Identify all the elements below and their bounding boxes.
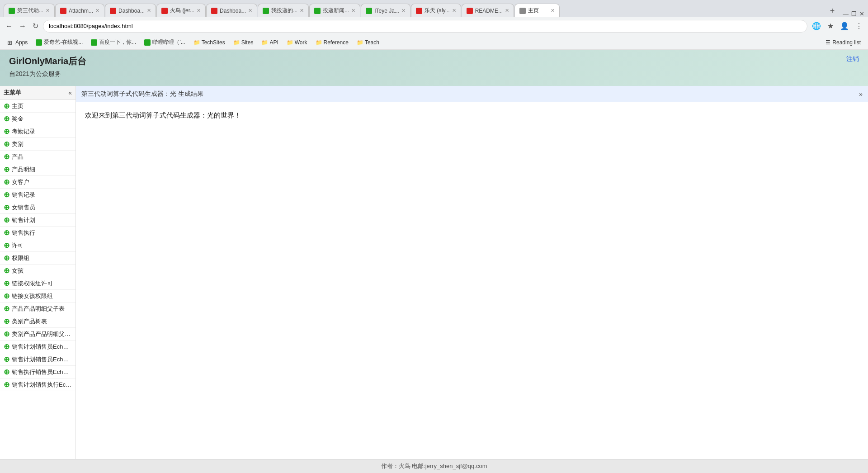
sidebar-item[interactable]: ⊕销售计划 <box>0 214 75 227</box>
sidebar-item-label: 类别产品产品明细父子... <box>12 330 72 338</box>
sidebar-item[interactable]: ⊕产品明细 <box>0 163 75 176</box>
forward-button[interactable]: → <box>17 20 28 32</box>
translate-button[interactable]: 🌐 <box>810 20 823 32</box>
sidebar-item[interactable]: ⊕奖金 <box>0 113 75 125</box>
sidebar-item[interactable]: ⊕链接女孩权限组 <box>0 290 75 303</box>
sidebar-item[interactable]: ⊕考勤记录 <box>0 125 75 138</box>
tab-close-button[interactable]: ✕ <box>46 8 50 14</box>
add-icon: ⊕ <box>4 216 9 224</box>
browser-tab-tab3[interactable]: Dashboa...✕ <box>105 4 156 17</box>
sidebar-item[interactable]: ⊕主页 <box>0 100 75 113</box>
bookmark-label: Teach <box>365 39 379 46</box>
bookmark-button[interactable]: ★ <box>826 20 835 32</box>
browser-tab-tab9[interactable]: 乐天 (aly...✕ <box>411 4 461 17</box>
content-area: 第三代动词算子式代码生成器：光 生成结果 » 欢迎来到第三代动词算子式代码生成器… <box>76 86 868 459</box>
tab-favicon <box>519 8 526 14</box>
browser-tab-tab5[interactable]: Dashboa...✕ <box>206 4 257 17</box>
sidebar-header: 主菜单 « <box>0 86 75 100</box>
sidebar-item[interactable]: ⊕女客户 <box>0 176 75 189</box>
bookmark-----------[interactable]: 爱奇艺-在线视... <box>32 37 86 47</box>
sidebar-item-label: 女销售员 <box>12 203 35 212</box>
footer-text: 作者：火鸟 电邮:jerry_shen_sjf@qq.com <box>381 463 487 469</box>
tab-close-button[interactable]: ✕ <box>351 8 355 14</box>
sidebar-collapse-button[interactable]: « <box>68 89 72 96</box>
add-icon: ⊕ <box>4 152 9 161</box>
sidebar-item[interactable]: ⊕销售计划销售员Echarts <box>0 353 75 366</box>
bookmark-label: 百度一下，你... <box>99 38 136 46</box>
add-icon: ⊕ <box>4 241 9 250</box>
browser-tab-tab10[interactable]: README...✕ <box>462 4 514 17</box>
reading-list-label: Reading list <box>832 39 861 46</box>
address-input[interactable] <box>43 20 807 33</box>
sidebar-item[interactable]: ⊕销售执行 <box>0 227 75 239</box>
content-collapse-button[interactable]: » <box>859 90 863 98</box>
browser-tab-tab8[interactable]: ITeye Ja...✕ <box>361 4 410 17</box>
bookmark-Sites[interactable]: 📁Sites <box>230 38 257 47</box>
sidebar-item[interactable]: ⊕权限组 <box>0 252 75 265</box>
browser-tab-tab7[interactable]: 投递新闻...✕ <box>309 4 360 17</box>
bookmark----------[interactable]: 哔哩哔哩（'... <box>141 37 189 47</box>
minimize-button[interactable]: — <box>843 10 849 17</box>
sidebar-item[interactable]: ⊕类别 <box>0 138 75 151</box>
sidebar-item[interactable]: ⊕类别产品产品明细父子... <box>0 328 75 341</box>
maximize-button[interactable]: ❐ <box>851 10 857 17</box>
tab-favicon <box>467 8 473 14</box>
menu-button[interactable]: ⋮ <box>854 20 864 32</box>
bookmark-label: Sites <box>241 39 254 46</box>
sidebar-item[interactable]: ⊕女销售员 <box>0 201 75 214</box>
tab-close-button[interactable]: ✕ <box>452 8 456 14</box>
sidebar-item[interactable]: ⊕产品 <box>0 151 75 163</box>
add-icon: ⊕ <box>4 254 9 262</box>
tab-close-button[interactable]: ✕ <box>197 8 201 14</box>
sidebar-item[interactable]: ⊕销售执行销售员Echarts <box>0 366 75 378</box>
sidebar-item-label: 销售计划 <box>12 216 35 224</box>
tab-favicon <box>263 8 269 14</box>
sidebar-item[interactable]: ⊕销售计划销售员Echarts <box>0 341 75 353</box>
reading-list[interactable]: ☰ Reading list <box>822 38 864 47</box>
sidebar-title: 主菜单 <box>4 89 21 97</box>
sidebar-item[interactable]: ⊕销售记录 <box>0 189 75 201</box>
bookmark-label: Apps <box>15 39 28 46</box>
back-button[interactable]: ← <box>4 20 14 32</box>
tab-close-button[interactable]: ✕ <box>401 8 406 14</box>
tab-close-button[interactable]: ✕ <box>147 8 151 14</box>
site-favicon <box>144 39 151 46</box>
sidebar-item[interactable]: ⊕销售计划销售执行Echa... <box>0 378 75 391</box>
add-icon: ⊕ <box>4 368 9 376</box>
browser-tab-tab1[interactable]: 第三代动...✕ <box>4 4 55 17</box>
bookmark-Teach[interactable]: 📁Teach <box>353 38 383 47</box>
browser-tab-tab4[interactable]: 火鸟 (jer...✕ <box>156 4 206 17</box>
sidebar-item-label: 产品产品明细父子表 <box>12 305 65 313</box>
add-icon: ⊕ <box>4 203 9 212</box>
browser-tab-tab11[interactable]: 主页✕ <box>514 4 560 17</box>
tab-close-button[interactable]: ✕ <box>505 8 509 14</box>
tab-close-button[interactable]: ✕ <box>300 8 304 14</box>
sidebar-item-label: 权限组 <box>12 254 29 262</box>
folder-icon: 📁 <box>357 39 363 46</box>
sidebar-item[interactable]: ⊕女孩 <box>0 265 75 277</box>
tab-favicon <box>211 8 217 14</box>
sidebar-item-label: 销售执行销售员Echarts <box>12 368 72 376</box>
bookmark-Work[interactable]: 📁Work <box>283 38 311 47</box>
add-icon: ⊕ <box>4 190 9 199</box>
tab-close-button[interactable]: ✕ <box>551 8 555 14</box>
tab-close-button[interactable]: ✕ <box>248 8 252 14</box>
browser-tab-tab2[interactable]: Attachm...✕ <box>55 4 104 17</box>
reload-button[interactable]: ↻ <box>31 20 40 32</box>
bookmark-API[interactable]: 📁API <box>258 38 282 47</box>
bookmark-Reference[interactable]: 📁Reference <box>312 38 352 47</box>
bookmark----------[interactable]: 百度一下，你... <box>87 37 140 47</box>
profile-button[interactable]: 👤 <box>838 20 851 32</box>
sidebar-item[interactable]: ⊕类别产品树表 <box>0 315 75 328</box>
sidebar-item[interactable]: ⊕链接权限组许可 <box>0 277 75 290</box>
tab-label: README... <box>475 8 503 14</box>
close-window-button[interactable]: ✕ <box>859 10 864 17</box>
tab-close-button[interactable]: ✕ <box>95 8 99 14</box>
sidebar-item[interactable]: ⊕产品产品明细父子表 <box>0 303 75 315</box>
bookmark-TechSites[interactable]: 📁TechSites <box>190 38 229 47</box>
sidebar-item[interactable]: ⊕许可 <box>0 239 75 252</box>
new-tab-button[interactable]: + <box>826 5 839 17</box>
logout-link[interactable]: 注销 <box>846 55 859 63</box>
browser-tab-tab6[interactable]: 我投递的...✕ <box>258 4 309 17</box>
bookmark-Apps[interactable]: ⊞Apps <box>4 38 31 47</box>
